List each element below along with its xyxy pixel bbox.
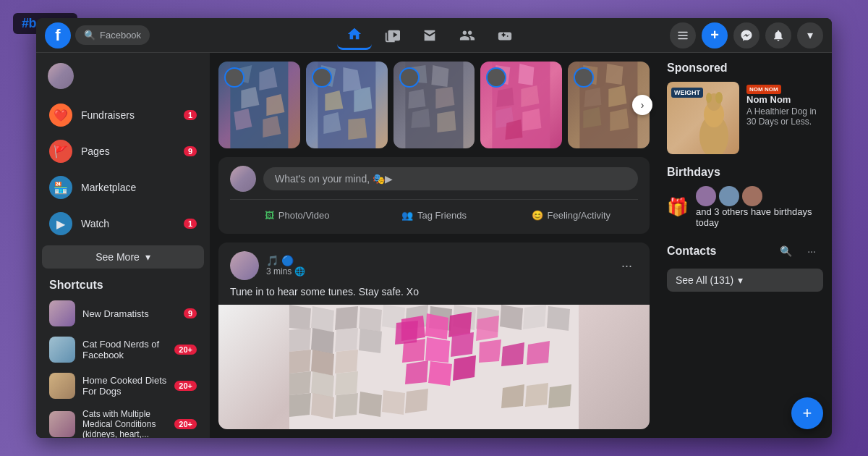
ad-info: NOM NOM Nom Nom A Healthier Dog in 30 Da… [746,82,823,154]
svg-marker-75 [289,393,311,417]
shortcut-name-2: Cat Food Nerds of Facebook [82,339,167,360]
svg-marker-29 [523,109,542,131]
feed-post-1: 🎵 🔵 3 mins 🌐 ··· Tune in to he [218,242,650,429]
chevron-down-icon: ▾ [145,251,150,263]
stories-next-button[interactable]: › [632,95,652,115]
fab-button[interactable]: + [791,397,823,429]
watch-icon: ▶ [49,212,72,235]
search-bar[interactable]: 🔍 Facebook [75,25,150,45]
ad-tagline: A Healthier Dog in 30 Days or Less. [746,106,823,127]
right-panel: Sponsored WEIGHT [658,53,832,438]
svg-marker-18 [431,65,448,87]
ad-card[interactable]: WEIGHT [667,82,823,154]
top-bar-left: f 🔍 Facebook [45,22,190,48]
svg-marker-54 [359,329,382,353]
svg-marker-53 [335,328,358,352]
post-author-name: 🎵 🔵 [266,255,608,266]
svg-marker-27 [522,85,540,107]
shortcut-cat-food[interactable]: Cat Food Nerds of Facebook 20+ [42,332,204,367]
svg-marker-77 [335,393,358,417]
shortcut-thumb-4 [49,411,75,437]
search-icon: 🔍 [84,30,95,41]
nav-marketplace-button[interactable] [412,21,447,50]
sidebar-item-fundraisers[interactable]: ❤️ Fundraisers 1 [42,98,204,132]
shortcut-cats-medical[interactable]: Cats with Multiple Medical Conditions (k… [42,405,204,438]
svg-marker-80 [405,389,428,413]
post-more-button[interactable]: ··· [616,256,638,276]
post-meta: 3 mins 🌐 [266,266,608,276]
tag-icon: 👥 [401,210,413,221]
photo-video-button[interactable]: 🖼 Photo/Video [230,206,364,225]
shortcut-thumb-1 [49,300,75,326]
svg-marker-67 [289,350,311,373]
birthdays-label: Birthdays [667,166,823,179]
shortcut-badge-3: 20+ [174,381,197,391]
birthday-avatars [696,186,823,206]
svg-marker-35 [609,85,627,107]
svg-marker-78 [359,392,382,417]
contacts-header: Contacts 🔍 ··· [667,240,823,263]
story-card-4[interactable] [480,62,562,148]
svg-marker-41 [335,306,358,330]
ad-brand: Nom Nom [746,94,823,105]
svg-marker-71 [527,341,550,365]
svg-marker-69 [335,350,358,373]
create-button[interactable]: + [702,22,728,48]
more-icon: ··· [621,258,632,273]
sidebar-item-marketplace[interactable]: 🏪 Marketplace [42,170,204,205]
contacts-label: Contacts [667,245,716,258]
story-card-2[interactable] [306,62,388,148]
tag-friends-button[interactable]: 👥 Tag Friends [367,206,501,225]
see-more-label: See More [95,251,140,263]
sidebar-item-watch[interactable]: ▶ Watch 1 [42,206,204,241]
sidebar-item-pages[interactable]: 🚩 Pages 9 [42,134,204,169]
dropdown-button[interactable]: ▾ [797,22,823,48]
search-text: Facebook [100,30,141,41]
user-avatar [48,63,74,89]
see-all-label: See All (131) [676,274,733,286]
sidebar-see-more-button[interactable]: See More ▾ [42,245,204,269]
plus-icon: + [710,27,719,43]
contacts-search-button[interactable]: 🔍 [774,240,797,263]
pages-icon: 🚩 [49,140,72,163]
stories-row: › [218,62,650,148]
sidebar-user-profile[interactable] [42,59,204,93]
facebook-logo: f [45,22,71,48]
shortcut-badge-2: 20+ [174,345,197,355]
feeling-activity-button[interactable]: 😊 Feeling/Activity [504,206,638,225]
post-time: 3 mins [266,266,292,276]
svg-marker-76 [311,393,334,419]
svg-marker-74 [335,371,358,395]
svg-marker-64 [395,321,418,345]
see-all-contacts-button[interactable]: See All (131) ▾ [667,269,823,292]
nav-video-button[interactable] [375,21,409,50]
post-create-box: What's on your mind, 🎭▶ 🖼 Photo/Video 👥 … [218,157,650,234]
contacts-section: Contacts 🔍 ··· See All (131) ▾ [667,240,823,292]
post-placeholder-icon: 🎭▶ [373,173,393,185]
birthday-avatar-1 [696,186,716,206]
svg-marker-26 [497,88,514,107]
story-card-3[interactable] [393,62,475,148]
browser-window: f 🔍 Facebook [36,18,832,438]
post-text: Tune in to hear some tunes. Stay safe. X… [218,286,650,305]
fundraisers-icon: ❤️ [49,104,72,127]
fundraisers-badge: 1 [184,110,197,120]
post-author-avatar [230,251,259,280]
notifications-button[interactable] [765,22,791,48]
shortcut-home-cooked[interactable]: Home Cooked Diets For Dogs 20+ [42,368,204,403]
shortcut-badge-1: 9 [184,308,197,318]
nav-home-button[interactable] [337,21,372,50]
post-input-field[interactable]: What's on your mind, 🎭▶ [263,167,638,190]
nav-gaming-button[interactable] [488,21,522,50]
story-card-1[interactable] [218,62,300,148]
shortcut-new-dramatists[interactable]: New Dramatists 9 [42,296,204,331]
messenger-button[interactable] [733,22,760,48]
svg-marker-37 [610,109,629,131]
nav-friends-button[interactable] [450,21,485,50]
profile-button[interactable] [670,22,696,48]
feed: › What's on your mind, 🎭▶ [210,53,658,438]
svg-marker-49 [523,305,546,329]
contacts-more-button[interactable]: ··· [800,240,823,263]
svg-marker-82 [525,383,548,407]
svg-marker-56 [425,313,448,339]
